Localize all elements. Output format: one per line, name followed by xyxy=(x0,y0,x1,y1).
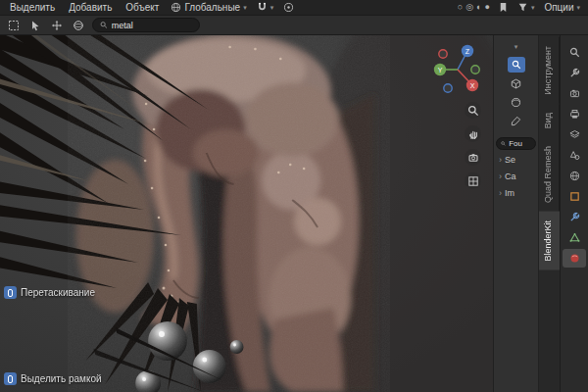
cursor-arrow-icon xyxy=(29,20,41,31)
sidebar-tabs: Инструмент Вид Quad Remesh BlenderKit xyxy=(539,35,561,392)
asset-model-button[interactable] xyxy=(508,75,525,91)
axis-y-label: Y xyxy=(438,67,443,74)
menu-object[interactable]: Объект xyxy=(120,1,165,14)
layers-icon xyxy=(569,129,580,140)
snap-toggle[interactable]: ▾ xyxy=(253,2,278,13)
shading-rendered-icon[interactable]: ● xyxy=(484,3,489,12)
flag-icon xyxy=(498,2,509,13)
cube-icon xyxy=(511,78,521,89)
render-camera-icon xyxy=(569,88,580,99)
axis-x-label: X xyxy=(470,82,475,89)
grid-toggle-button[interactable] xyxy=(465,172,481,189)
chevron-right-icon: › xyxy=(499,188,502,198)
search-icon xyxy=(100,21,108,29)
collapse-button[interactable]: ▾ xyxy=(508,38,525,54)
viewport-nav-buttons xyxy=(465,102,481,189)
material-ball-icon xyxy=(569,253,580,264)
section-label: Im xyxy=(505,188,514,198)
sculpture-render xyxy=(0,35,493,392)
select-box-tool-button[interactable] xyxy=(6,18,22,33)
shading-wireframe-icon[interactable]: ○ xyxy=(458,3,463,12)
search-icon xyxy=(512,60,521,70)
tab-view[interactable]: Вид xyxy=(539,104,560,137)
asset-search-input[interactable] xyxy=(112,21,192,30)
cursor-tool-button[interactable] xyxy=(27,18,43,33)
search-icon xyxy=(501,140,506,147)
asset-brush-button[interactable] xyxy=(508,113,525,128)
sidebar-panel: ▾ xyxy=(494,35,539,392)
printer-icon xyxy=(569,109,580,120)
pan-button[interactable] xyxy=(465,125,481,142)
tab-blenderkit[interactable]: BlenderKit xyxy=(539,212,560,270)
shading-solid-icon[interactable]: ◎ xyxy=(466,3,473,12)
annotation-flag-button[interactable] xyxy=(496,0,512,16)
tool-settings-bar xyxy=(0,16,588,35)
world-globe-icon xyxy=(569,171,580,181)
globe-icon xyxy=(171,2,181,13)
pan-hand-icon xyxy=(467,128,479,140)
orientation-label: Глобальные xyxy=(184,2,240,13)
properties-tab-world[interactable] xyxy=(563,167,586,185)
tab-tool[interactable]: Инструмент xyxy=(539,37,560,104)
axis-z-neg-ball[interactable] xyxy=(444,84,452,92)
axis-z-label: Z xyxy=(466,48,470,55)
asset-search-mode-button[interactable] xyxy=(508,57,525,73)
panel-search-input[interactable] xyxy=(509,139,531,148)
wrench-icon xyxy=(569,68,580,78)
select-box-icon xyxy=(8,20,20,31)
chevron-right-icon: › xyxy=(499,155,502,165)
viewport-3d[interactable]: Z Y X xyxy=(0,35,494,392)
mesh-data-icon xyxy=(569,232,580,243)
funnel-icon xyxy=(517,2,528,13)
sphere-icon xyxy=(73,20,84,31)
menu-add[interactable]: Добавить xyxy=(63,1,118,14)
chevron-down-icon: ▾ xyxy=(531,4,535,11)
axis-y-neg-ball[interactable] xyxy=(471,66,479,74)
orientation-dropdown[interactable]: Глобальные ▾ xyxy=(167,2,250,13)
properties-tab-scene[interactable] xyxy=(563,146,586,165)
move-tool-button[interactable] xyxy=(49,18,65,33)
filter-dropdown[interactable]: ▾ xyxy=(514,2,539,13)
section-import[interactable]: › Im xyxy=(496,186,536,200)
panel-search[interactable] xyxy=(496,137,536,150)
hint-box-select: Выделить рамкой xyxy=(4,372,102,385)
nav-gizmo[interactable]: Z Y X xyxy=(430,40,485,95)
proportional-edit-toggle[interactable] xyxy=(279,2,298,13)
transform-sphere-button[interactable] xyxy=(71,18,86,33)
properties-tab-output[interactable] xyxy=(563,105,586,123)
magnet-icon xyxy=(257,2,268,13)
properties-tab-render[interactable] xyxy=(563,84,586,103)
section-label: Se xyxy=(505,155,515,165)
camera-view-button[interactable] xyxy=(465,149,481,166)
search-icon xyxy=(569,47,580,58)
options-dropdown[interactable]: Опции ▾ xyxy=(540,2,584,13)
section-label: Ca xyxy=(505,172,516,181)
proportional-circle-icon xyxy=(283,2,294,13)
shading-material-icon[interactable]: ◐ xyxy=(476,3,481,12)
section-categories[interactable]: › Ca xyxy=(496,170,536,183)
options-label: Опции xyxy=(544,2,573,13)
properties-tab-data[interactable] xyxy=(563,228,586,247)
blenderkit-search[interactable] xyxy=(92,18,200,32)
chevron-down-icon: ▾ xyxy=(576,4,580,11)
properties-tab-object[interactable] xyxy=(563,187,586,206)
axis-x-neg-ball[interactable] xyxy=(439,50,447,58)
object-square-icon xyxy=(569,191,580,202)
properties-tab-material[interactable] xyxy=(563,249,586,268)
tab-quad-remesh[interactable]: Quad Remesh xyxy=(539,137,560,212)
chevron-down-icon: ▾ xyxy=(243,4,247,11)
hint-drag-label: Перетаскивание xyxy=(21,287,95,298)
properties-tab-tool[interactable] xyxy=(563,64,586,82)
shading-mode-group: ○ ◎ ◐ ● xyxy=(454,3,494,12)
zoom-icon xyxy=(467,105,479,117)
properties-tab-strip xyxy=(561,35,588,392)
blender-window: Выделить Добавить Объект Глобальные ▾ ▾ xyxy=(0,0,588,392)
mouse-lmb-icon xyxy=(4,286,17,299)
section-search[interactable]: › Se xyxy=(496,153,536,167)
properties-tab-modifiers[interactable] xyxy=(563,208,586,226)
properties-tab-view-layer[interactable] xyxy=(563,125,586,144)
menu-select[interactable]: Выделить xyxy=(4,1,61,14)
zoom-button[interactable] xyxy=(465,102,481,119)
asset-material-button[interactable] xyxy=(508,94,525,110)
properties-search-button[interactable] xyxy=(563,43,586,62)
